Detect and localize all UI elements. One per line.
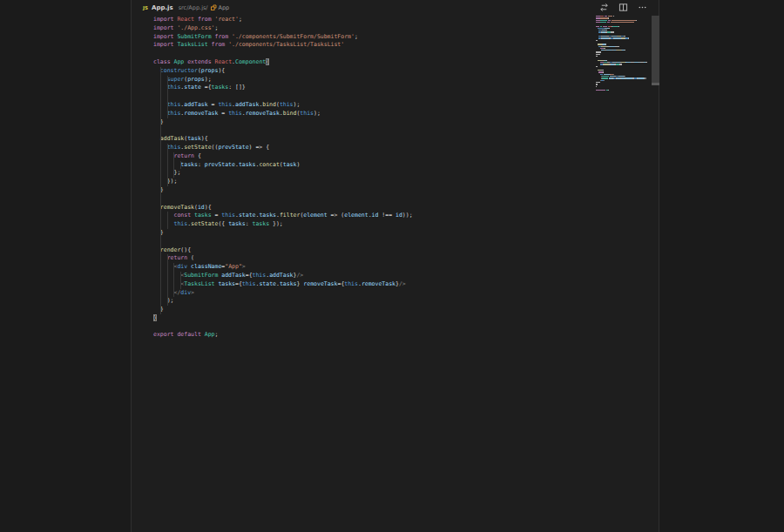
code-line: super(props); <box>153 76 413 84</box>
scrollbar-cursor-marker <box>652 83 659 85</box>
code-line: <SubmitForm addTask={this.addTask}/> <box>153 272 413 280</box>
minimap-line <box>600 22 606 23</box>
code-line <box>153 195 413 204</box>
minimap-line <box>605 16 607 17</box>
code-line: import React from 'react'; <box>153 16 413 24</box>
scrollbar-slider[interactable] <box>652 16 659 84</box>
minimap-line <box>611 22 634 23</box>
code-editor[interactable]: import React from 'react';import './App.… <box>153 16 413 340</box>
minimap-line <box>596 90 600 91</box>
code-line: return { <box>153 152 413 161</box>
minimap-line <box>600 20 607 21</box>
minimap-line <box>600 17 608 18</box>
minimap-line <box>606 30 608 30</box>
breadcrumb[interactable]: src/App.js/ <box>179 4 208 11</box>
minimap-line <box>596 86 597 87</box>
code-line: constructor(props){ <box>153 67 413 76</box>
minimap-line <box>600 90 605 91</box>
indent-guide <box>167 254 168 306</box>
minimap-line <box>638 77 645 78</box>
code-line: this.removeTask = this.removeTask.bind(t… <box>153 110 413 118</box>
scrollbar-track <box>652 15 659 532</box>
minimap-line <box>596 22 600 23</box>
minimap-line <box>596 40 598 41</box>
minimap-line <box>607 22 610 23</box>
minimap-line <box>619 64 622 64</box>
minimap-line <box>645 62 647 63</box>
indent-guide <box>167 76 168 118</box>
editor-title: App.js <box>152 4 173 11</box>
minimap-line <box>602 76 609 77</box>
code-line: import SubmitForm from './components/Sub… <box>153 33 413 42</box>
indent-guide <box>173 152 174 178</box>
symbol-class-icon <box>211 4 217 10</box>
minimap-line <box>605 44 607 44</box>
code-line: }); <box>153 178 413 186</box>
code-line: </div> <box>153 289 413 298</box>
minimap-line <box>606 60 608 61</box>
minimap-line <box>609 28 611 29</box>
editor-group: JS App.js src/App.js/ App <box>131 0 659 532</box>
minimap-line <box>613 74 614 75</box>
minimap-line <box>596 51 601 52</box>
minimap-line <box>602 77 608 78</box>
code-line: this.setState((prevState) => { <box>153 144 413 152</box>
minimap-line <box>625 50 625 51</box>
minimap-line <box>608 90 609 91</box>
minimap-line <box>613 31 614 32</box>
js-file-icon: JS <box>143 5 148 10</box>
code-line: import TasksList from './components/Task… <box>153 41 413 50</box>
minimap-line <box>598 28 605 29</box>
minimap-line <box>618 26 619 27</box>
code-line: } <box>153 314 413 323</box>
code-line: ); <box>153 297 413 306</box>
minimap-line <box>625 76 626 77</box>
code-line: } <box>153 186 413 195</box>
minimap-line <box>596 17 600 18</box>
code-line: } <box>153 118 413 127</box>
minimap-line <box>596 20 600 21</box>
code-line: removeTask(id){ <box>153 204 413 212</box>
code-line: class App extends React.Component{ <box>153 58 413 67</box>
code-line: }; <box>153 169 413 178</box>
editor-title-bar: JS App.js src/App.js/ App <box>132 0 659 15</box>
split-editor-icon[interactable] <box>618 3 628 12</box>
code-line <box>153 50 413 58</box>
minimap[interactable] <box>596 16 650 138</box>
indent-guide <box>180 272 181 289</box>
editor-actions <box>599 3 647 12</box>
minimap-line <box>625 77 632 78</box>
indent-guide <box>167 212 168 229</box>
arrow-swap-icon[interactable] <box>599 3 609 12</box>
minimap-line <box>603 71 605 72</box>
minimap-line <box>612 20 636 21</box>
page-background: JS App.js src/App.js/ App <box>0 0 784 532</box>
minimap-line <box>601 70 603 71</box>
more-actions-icon[interactable] <box>638 3 647 12</box>
code-line: addTask(task){ <box>153 135 413 144</box>
minimap-line <box>636 20 637 21</box>
minimap-line <box>600 74 602 75</box>
minimap-line <box>598 60 605 61</box>
minimap-line <box>618 46 619 47</box>
minimap-line <box>604 80 605 81</box>
code-line: this.addTask = this.addTask.bind(this); <box>153 101 413 110</box>
code-line: <TasksList tasks={this.state.tasks} remo… <box>153 280 413 289</box>
minimap-line <box>608 20 611 21</box>
code-line <box>153 92 413 101</box>
code-line: } <box>153 229 413 238</box>
minimap-line <box>600 62 604 63</box>
code-line <box>153 126 413 135</box>
code-line: render(){ <box>153 246 413 255</box>
indent-guide <box>180 161 181 170</box>
indent-guide <box>173 263 174 297</box>
minimap-line <box>624 36 625 37</box>
code-line <box>153 238 413 246</box>
code-line: export default App; <box>153 331 413 340</box>
indent-guide <box>160 67 161 314</box>
breadcrumb-symbol[interactable]: App <box>219 4 230 11</box>
minimap-line <box>603 26 607 27</box>
minimap-line <box>604 48 605 49</box>
indent-guide <box>167 144 168 186</box>
code-line: this.setState({ tasks: tasks }); <box>153 220 413 229</box>
